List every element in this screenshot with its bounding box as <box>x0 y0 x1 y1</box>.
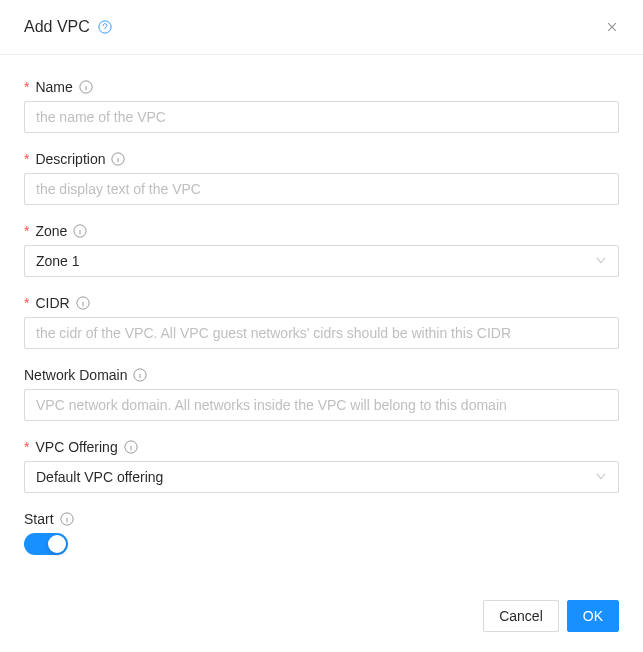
start-switch[interactable] <box>24 533 68 555</box>
form-item-name: * Name <box>24 79 619 133</box>
cidr-input[interactable] <box>24 317 619 349</box>
info-circle-icon[interactable] <box>111 152 125 166</box>
name-label-row: * Name <box>24 79 619 95</box>
modal-title: Add VPC <box>24 16 90 38</box>
required-mark: * <box>24 296 29 310</box>
required-mark: * <box>24 80 29 94</box>
zone-select[interactable]: Zone 1 <box>24 245 619 277</box>
info-circle-icon[interactable] <box>124 440 138 454</box>
vpc-offering-select-value: Default VPC offering <box>36 469 163 485</box>
description-label: Description <box>35 151 105 167</box>
chevron-down-icon <box>595 471 607 483</box>
add-vpc-modal: Add VPC * Name <box>0 0 643 652</box>
info-circle-icon[interactable] <box>60 512 74 526</box>
close-icon[interactable] <box>601 16 623 38</box>
start-label-row: Start <box>24 511 619 527</box>
form-item-description: * Description <box>24 151 619 205</box>
name-label: Name <box>35 79 72 95</box>
svg-point-0 <box>99 21 111 33</box>
chevron-down-icon <box>595 255 607 267</box>
form-item-start: Start <box>24 511 619 558</box>
info-circle-icon[interactable] <box>133 368 147 382</box>
info-circle-icon[interactable] <box>79 80 93 94</box>
vpc-offering-label-row: * VPC Offering <box>24 439 619 455</box>
start-label: Start <box>24 511 54 527</box>
required-mark: * <box>24 224 29 238</box>
form-item-cidr: * CIDR <box>24 295 619 349</box>
zone-label: Zone <box>35 223 67 239</box>
cancel-button[interactable]: Cancel <box>483 600 559 632</box>
cidr-label: CIDR <box>35 295 69 311</box>
description-label-row: * Description <box>24 151 619 167</box>
network-domain-label-row: Network Domain <box>24 367 619 383</box>
network-domain-input[interactable] <box>24 389 619 421</box>
form-item-vpc-offering: * VPC Offering Default VPC offering <box>24 439 619 493</box>
network-domain-label: Network Domain <box>24 367 127 383</box>
info-circle-icon[interactable] <box>76 296 90 310</box>
required-mark: * <box>24 440 29 454</box>
form-item-network-domain: Network Domain <box>24 367 619 421</box>
required-mark: * <box>24 152 29 166</box>
form-item-zone: * Zone Zone 1 <box>24 223 619 277</box>
vpc-offering-label: VPC Offering <box>35 439 117 455</box>
modal-header: Add VPC <box>0 0 643 55</box>
modal-footer: Cancel OK <box>0 590 643 652</box>
switch-handle <box>48 535 66 553</box>
ok-button[interactable]: OK <box>567 600 619 632</box>
name-input[interactable] <box>24 101 619 133</box>
description-input[interactable] <box>24 173 619 205</box>
question-circle-icon[interactable] <box>98 20 112 34</box>
info-circle-icon[interactable] <box>73 224 87 238</box>
zone-label-row: * Zone <box>24 223 619 239</box>
vpc-offering-select[interactable]: Default VPC offering <box>24 461 619 493</box>
modal-body: * Name * Description * Zone <box>0 55 643 558</box>
cidr-label-row: * CIDR <box>24 295 619 311</box>
zone-select-value: Zone 1 <box>36 253 80 269</box>
